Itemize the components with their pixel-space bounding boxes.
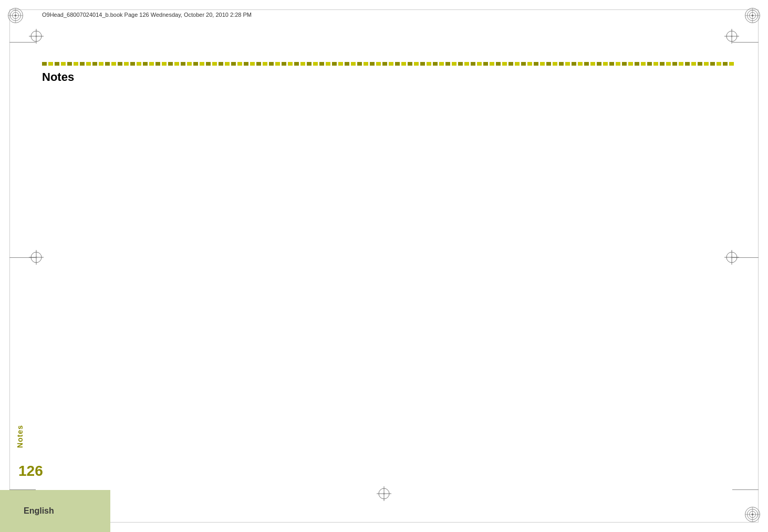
dash-34 xyxy=(250,62,255,66)
dash-53 xyxy=(370,62,375,66)
dash-105 xyxy=(698,62,702,66)
dash-12 xyxy=(111,62,116,66)
dash-49 xyxy=(345,62,349,66)
dash-9 xyxy=(92,62,97,66)
dash-91 xyxy=(609,62,614,66)
dash-67 xyxy=(458,62,463,66)
filename-text: O9Head_68007024014_b.book Page 126 Wedne… xyxy=(42,12,252,18)
dash-1 xyxy=(42,62,47,66)
dash-75 xyxy=(508,62,513,66)
dash-71 xyxy=(483,62,488,66)
dash-70 xyxy=(477,62,482,66)
english-tab-label: English xyxy=(24,506,54,516)
dash-96 xyxy=(641,62,646,66)
corner-marker-bottom-right xyxy=(743,505,762,526)
dash-94 xyxy=(628,62,633,66)
svg-point-43 xyxy=(383,493,385,495)
dash-79 xyxy=(534,62,538,66)
crosshair-bottom-mid xyxy=(377,486,391,503)
dash-85 xyxy=(572,62,576,66)
dash-98 xyxy=(653,62,658,66)
dash-62 xyxy=(427,62,431,66)
dash-43 xyxy=(307,62,312,66)
dash-39 xyxy=(282,62,286,66)
dash-29 xyxy=(219,62,223,66)
corner-marker-top-right xyxy=(743,6,762,27)
dash-22 xyxy=(174,62,179,66)
dash-33 xyxy=(244,62,248,66)
dashed-line xyxy=(42,62,726,66)
dash-17 xyxy=(143,62,148,66)
dash-27 xyxy=(206,62,211,66)
dash-106 xyxy=(704,62,709,66)
dash-68 xyxy=(464,62,469,66)
dash-86 xyxy=(578,62,583,66)
dash-108 xyxy=(717,62,721,66)
dash-89 xyxy=(597,62,601,66)
dash-8 xyxy=(86,62,91,66)
dash-37 xyxy=(269,62,274,66)
english-tab: English xyxy=(0,490,110,532)
dash-110 xyxy=(729,62,734,66)
dash-58 xyxy=(401,62,406,66)
bottom-margin-line-right xyxy=(732,489,759,490)
dash-55 xyxy=(382,62,387,66)
dash-69 xyxy=(471,62,475,66)
dash-60 xyxy=(414,62,419,66)
dash-13 xyxy=(118,62,122,66)
dash-92 xyxy=(616,62,620,66)
dash-41 xyxy=(294,62,299,66)
dash-19 xyxy=(155,62,160,66)
dash-44 xyxy=(313,62,318,66)
dash-20 xyxy=(162,62,167,66)
crosshair-top-left xyxy=(29,29,44,46)
dash-57 xyxy=(395,62,400,66)
dash-5 xyxy=(67,62,72,66)
dash-3 xyxy=(55,62,59,66)
dash-25 xyxy=(193,62,198,66)
dash-47 xyxy=(332,62,337,66)
dash-74 xyxy=(502,62,507,66)
dash-101 xyxy=(672,62,677,66)
dash-6 xyxy=(74,62,78,66)
dash-78 xyxy=(527,62,532,66)
dash-100 xyxy=(666,62,671,66)
crosshair-top-right xyxy=(724,29,739,46)
dash-36 xyxy=(263,62,267,66)
svg-point-11 xyxy=(36,257,37,258)
dash-80 xyxy=(540,62,545,66)
dash-11 xyxy=(105,62,110,66)
dash-66 xyxy=(452,62,456,66)
dash-4 xyxy=(61,62,66,66)
dash-18 xyxy=(149,62,154,66)
dash-21 xyxy=(168,62,173,66)
dash-72 xyxy=(490,62,494,66)
dash-109 xyxy=(723,62,728,66)
dash-90 xyxy=(603,62,608,66)
dash-2 xyxy=(48,62,53,66)
svg-point-15 xyxy=(731,257,733,258)
dash-84 xyxy=(565,62,570,66)
dash-32 xyxy=(237,62,242,66)
dash-35 xyxy=(256,62,261,66)
dash-10 xyxy=(99,62,103,66)
dash-73 xyxy=(496,62,501,66)
dash-31 xyxy=(231,62,236,66)
dash-24 xyxy=(187,62,192,66)
page-number: 126 xyxy=(18,463,43,479)
page: O9Head_68007024014_b.book Page 126 Wedne… xyxy=(0,0,768,532)
dash-81 xyxy=(546,62,551,66)
crosshair-mid-right xyxy=(724,250,739,267)
dash-64 xyxy=(439,62,444,66)
dash-40 xyxy=(288,62,293,66)
dash-87 xyxy=(584,62,589,66)
dash-65 xyxy=(445,62,450,66)
dash-42 xyxy=(300,62,305,66)
svg-point-7 xyxy=(731,36,733,37)
dash-104 xyxy=(691,62,696,66)
dash-88 xyxy=(590,62,595,66)
dash-45 xyxy=(319,62,324,66)
dash-76 xyxy=(515,62,520,66)
side-notes-label: Notes xyxy=(16,425,24,448)
dash-30 xyxy=(225,62,230,66)
